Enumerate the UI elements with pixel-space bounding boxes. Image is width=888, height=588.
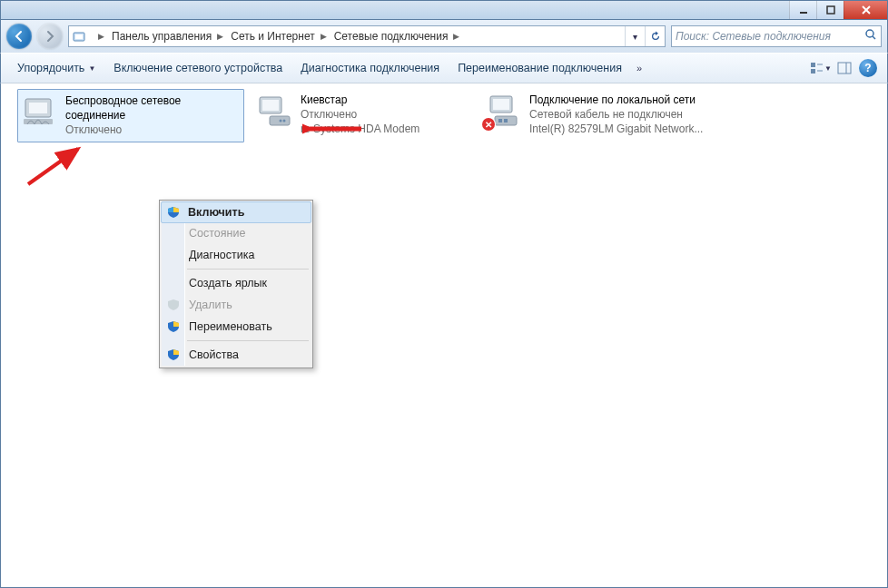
breadcrumb-root[interactable]: ▶ [89,26,108,46]
svg-point-20 [283,120,286,122]
window-maximize-button[interactable] [816,1,844,19]
svg-line-7 [873,36,875,39]
svg-rect-8 [811,63,815,67]
search-icon [864,28,877,44]
content-area: Беспроводное сетевое соединение Отключен… [0,83,888,588]
context-menu-delete: Удалить [162,294,311,316]
svg-line-27 [28,149,78,184]
context-menu-label: Состояние [189,227,245,240]
navigation-bar: ▶ Панель управления▶ Сеть и Интернет▶ Се… [0,20,888,53]
preview-pane-button[interactable] [833,58,856,78]
connection-item-wireless[interactable]: Беспроводное сетевое соединение Отключен… [17,89,244,142]
context-menu-label: Свойства [189,348,239,361]
window-titlebar [0,0,888,20]
context-menu-shortcut[interactable]: Создать ярлык [162,272,311,294]
search-input[interactable] [676,30,864,43]
diagnose-button[interactable]: Диагностика подключения [291,58,449,78]
window-minimize-button[interactable] [789,1,816,19]
nav-forward-button[interactable] [37,24,63,49]
svg-point-21 [280,120,282,122]
context-menu-separator [187,340,309,341]
breadcrumb-label: Сетевые подключения [334,30,449,43]
svg-rect-1 [827,6,834,14]
uac-shield-icon [166,205,181,220]
breadcrumb-control-panel[interactable]: Панель управления▶ [108,26,227,46]
breadcrumb-label: Сеть и Интернет [231,30,314,43]
uac-shield-icon [166,348,181,362]
search-box[interactable] [671,25,882,47]
connection-item-modem[interactable]: Киевстар Отключено re Systems HDA Modem [253,89,480,141]
connection-device: Intel(R) 82579LM Gigabit Network... [529,122,703,136]
button-label: Переименование подключения [458,62,622,74]
location-icon [69,29,89,44]
svg-point-6 [866,30,873,37]
window-close-button[interactable] [844,1,887,19]
wireless-adapter-icon [22,93,58,130]
help-icon: ? [859,59,877,77]
connection-name: Киевстар [301,93,419,107]
help-button[interactable]: ? [856,58,880,78]
enable-device-button[interactable]: Включение сетевого устройства [104,58,291,78]
connection-status: Сетевой кабель не подключен [529,107,703,122]
context-menu-enable[interactable]: Включить [161,201,311,223]
connection-name: Беспроводное сетевое соединение [65,93,240,122]
address-refresh-button[interactable] [645,26,665,46]
breadcrumb-network-internet[interactable]: Сеть и Интернет▶ [227,26,330,46]
breadcrumb-network-connections[interactable]: Сетевые подключения▶ [331,26,464,46]
svg-rect-18 [262,100,279,111]
connection-name: Подключение по локальной сети [529,93,703,107]
organize-menu[interactable]: Упорядочить▼ [8,58,104,78]
context-menu-rename[interactable]: Переименовать [162,316,311,338]
connection-status: Отключено [65,122,240,137]
address-history-button[interactable]: ▾ [625,26,645,46]
context-menu: Включить Состояние Диагностика Создать я… [159,200,313,368]
view-options-button[interactable]: ▼ [809,58,833,78]
modem-icon [257,93,293,129]
rename-button[interactable]: Переименование подключения [449,58,631,78]
context-menu-diagnose[interactable]: Диагностика [162,244,311,266]
toolbar-overflow[interactable]: » [631,63,647,74]
svg-rect-5 [75,34,83,39]
address-bar[interactable]: ▶ Панель управления▶ Сеть и Интернет▶ Се… [68,25,666,47]
uac-shield-icon [166,319,181,334]
nav-back-button[interactable] [6,24,32,49]
command-bar: Упорядочить▼ Включение сетевого устройст… [0,53,888,83]
svg-rect-9 [811,69,815,74]
uac-shield-icon [166,298,181,312]
context-menu-label: Диагностика [189,249,254,261]
context-menu-label: Включить [188,206,244,219]
button-label: Включение сетевого устройства [113,62,282,74]
svg-rect-23 [493,99,509,110]
context-menu-label: Создать ярлык [189,277,267,289]
svg-rect-25 [498,119,502,122]
button-label: Диагностика подключения [301,62,439,74]
context-menu-separator [187,269,309,270]
annotation-arrow-left [24,143,92,189]
svg-rect-26 [504,119,508,122]
breadcrumb-label: Панель управления [112,30,212,43]
svg-rect-12 [838,63,851,74]
connection-device: re Systems HDA Modem [301,122,419,136]
menu-label: Упорядочить [17,62,84,74]
context-menu-label: Удалить [189,299,232,311]
connection-status: Отключено [301,107,419,122]
context-menu-label: Переименовать [189,320,272,333]
svg-rect-15 [29,103,47,113]
context-menu-status: Состояние [162,222,311,244]
error-overlay-icon: ✕ [482,118,495,131]
context-menu-properties[interactable]: Свойства [162,344,311,366]
lan-adapter-icon: ✕ [486,93,522,129]
connection-item-lan[interactable]: ✕ Подключение по локальной сети Сетевой … [482,89,727,141]
